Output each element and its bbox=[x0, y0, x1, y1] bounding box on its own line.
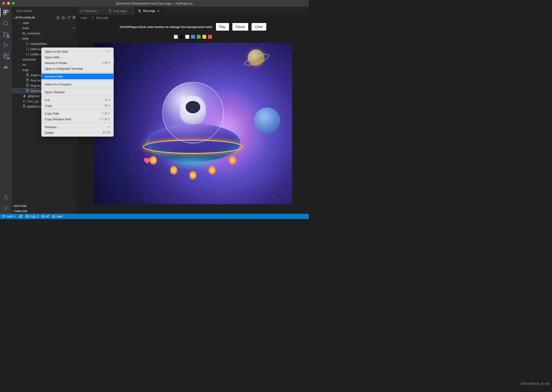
menu-item-open-timeline[interactable]: Open Timeline bbox=[42, 89, 113, 95]
menu-item-cut[interactable]: Cut⌘ X bbox=[42, 97, 113, 103]
svg-rect-5 bbox=[6, 54, 8, 56]
menu-shortcut: ⌥⌘ C bbox=[101, 112, 110, 115]
color-swatch[interactable] bbox=[197, 35, 201, 39]
account-icon[interactable] bbox=[3, 194, 9, 201]
tree-item-label: lottie bbox=[22, 37, 29, 40]
run-debug-icon[interactable] bbox=[3, 42, 9, 49]
timeline-label: TIMELINE bbox=[14, 210, 27, 213]
tab-label: Sky.svga bbox=[143, 9, 155, 13]
timeline-section-header[interactable]: › TIMELINE bbox=[12, 209, 77, 214]
color-swatch[interactable] bbox=[191, 35, 195, 39]
svg-point-11 bbox=[3, 217, 4, 217]
status-bar: main*+ 0 0 off clear bbox=[0, 214, 309, 219]
collapse-all-icon[interactable] bbox=[72, 16, 76, 20]
problems-status[interactable]: 0 0 bbox=[26, 215, 38, 218]
json-icon: { } bbox=[80, 9, 82, 12]
tab-long-svga[interactable]: long.svga bbox=[105, 7, 135, 15]
menu-item-copy-path[interactable]: Copy Path⌥⌘ C bbox=[42, 111, 113, 116]
new-file-icon[interactable] bbox=[56, 16, 60, 20]
file-icon bbox=[22, 104, 26, 109]
menu-item-open-to-the-side[interactable]: Open to the Side⌃↩ bbox=[42, 49, 113, 54]
tree-item-lib-commons[interactable]: ›lib_commons bbox=[12, 31, 77, 36]
tree-item-label: Sky.svga bbox=[30, 89, 43, 92]
menu-item-label: Rename… bbox=[45, 125, 60, 129]
refresh-icon[interactable] bbox=[67, 16, 70, 20]
ext-status-2[interactable]: clear bbox=[52, 215, 63, 218]
menu-item-open-in-integrated-terminal[interactable]: Open in Integrated Terminal bbox=[42, 66, 113, 71]
menu-item-label: Delete bbox=[45, 131, 54, 134]
project-section-header[interactable]: ⌄ MYPLUGINLIB bbox=[12, 15, 77, 20]
close-tab-icon[interactable]: × bbox=[157, 9, 161, 13]
breadcrumb[interactable]: svga › Sky.svga bbox=[77, 15, 309, 20]
tree-item-label: .idea bbox=[22, 21, 29, 25]
json-icon: { } bbox=[26, 52, 29, 56]
pause-button[interactable]: Pause bbox=[232, 23, 248, 31]
tree-item-build[interactable]: ›build● bbox=[12, 25, 77, 31]
sync-status[interactable] bbox=[19, 215, 22, 218]
menu-item-label: Open With… bbox=[45, 56, 63, 59]
menu-item-label: Open in Integrated Terminal bbox=[45, 67, 83, 70]
planet-decoration bbox=[254, 107, 280, 133]
maximize-window-button[interactable] bbox=[12, 2, 15, 5]
menu-item-preview-lottie[interactable]: preview lottie bbox=[42, 74, 113, 79]
menu-item-reveal-in-finder[interactable]: Reveal in Finder⌥⌘ R bbox=[42, 60, 113, 66]
menu-item-label: Cut bbox=[45, 98, 49, 102]
menu-item-label: Reveal in Finder bbox=[45, 61, 67, 65]
menu-item-label: Copy bbox=[45, 104, 52, 107]
sidebar-header: EXPLORER ⋯ bbox=[12, 7, 77, 15]
tree-item-label: AndroidWav bbox=[30, 42, 47, 46]
tree-item-label: lib_commons bbox=[22, 32, 41, 35]
tab-sky-svga[interactable]: Sky.svga× bbox=[135, 7, 163, 15]
ext-status-1[interactable]: off bbox=[42, 215, 49, 218]
svg-point-0 bbox=[4, 21, 7, 25]
tree-item-androidwave-json[interactable]: { }AndroidWav bbox=[12, 41, 77, 46]
tree-item-lottie[interactable]: ⌄lottie bbox=[12, 36, 77, 41]
menu-separator bbox=[42, 80, 113, 80]
tree-item-label: build bbox=[22, 26, 29, 30]
outline-label: OUTLINE bbox=[14, 204, 27, 207]
tree-item--idea[interactable]: ›.idea bbox=[12, 20, 77, 25]
menu-item-delete[interactable]: Delete⌘ ⌫ bbox=[42, 130, 113, 135]
preview-canvas bbox=[94, 43, 292, 204]
color-swatches bbox=[174, 35, 212, 39]
breadcrumb-part[interactable]: Sky.svga bbox=[96, 16, 108, 20]
menu-separator bbox=[42, 109, 113, 110]
close-window-button[interactable] bbox=[2, 2, 5, 5]
window-controls bbox=[2, 2, 15, 5]
svg-point-2 bbox=[4, 35, 5, 36]
explorer-icon[interactable] bbox=[3, 9, 9, 16]
search-icon[interactable] bbox=[3, 20, 9, 27]
new-folder-icon[interactable] bbox=[62, 16, 65, 20]
sidebar-more-icon[interactable]: ⋯ bbox=[70, 9, 72, 12]
menu-item-label: Copy Relative Path bbox=[45, 118, 71, 121]
tree-item-label: src bbox=[22, 63, 26, 66]
warning-count: 0 bbox=[36, 215, 38, 218]
play-button[interactable]: Play bbox=[216, 23, 229, 31]
menu-separator bbox=[42, 88, 113, 88]
git-branch-status[interactable]: main*+ bbox=[2, 215, 16, 218]
color-swatch[interactable] bbox=[208, 35, 212, 39]
tab-lottie-json[interactable]: { }lottie.json bbox=[77, 7, 105, 15]
settings-icon[interactable] bbox=[3, 205, 9, 211]
minimize-window-button[interactable] bbox=[7, 2, 10, 5]
outline-section-header[interactable]: › OUTLINE bbox=[12, 203, 77, 209]
menu-item-select-for-compare[interactable]: Select for Compare bbox=[42, 81, 113, 87]
menu-item-rename-[interactable]: Rename…↩ bbox=[42, 124, 113, 130]
color-swatch[interactable] bbox=[185, 35, 189, 39]
menu-item-copy[interactable]: Copy⌘ C bbox=[42, 103, 113, 108]
menu-item-open-with-[interactable]: Open With… bbox=[42, 54, 113, 60]
color-swatch[interactable] bbox=[203, 35, 206, 39]
breadcrumb-part[interactable]: svga bbox=[80, 16, 87, 20]
docker-icon[interactable] bbox=[3, 63, 9, 70]
menu-separator bbox=[42, 72, 113, 73]
chevron-down-icon: ⌄ bbox=[19, 69, 21, 71]
menu-item-copy-relative-path[interactable]: Copy Relative Path⌥⇧⌘ C bbox=[42, 116, 113, 122]
menu-shortcut: ⌥⇧⌘ C bbox=[99, 118, 110, 121]
color-swatch[interactable] bbox=[174, 35, 178, 39]
json-icon: { } bbox=[22, 99, 26, 103]
clear-button[interactable]: Clear bbox=[252, 23, 266, 31]
extensions-icon[interactable]: 1 bbox=[3, 53, 9, 59]
svg-point-7 bbox=[5, 195, 7, 197]
source-control-icon[interactable]: 6 bbox=[3, 31, 9, 37]
color-swatch[interactable] bbox=[180, 35, 183, 39]
